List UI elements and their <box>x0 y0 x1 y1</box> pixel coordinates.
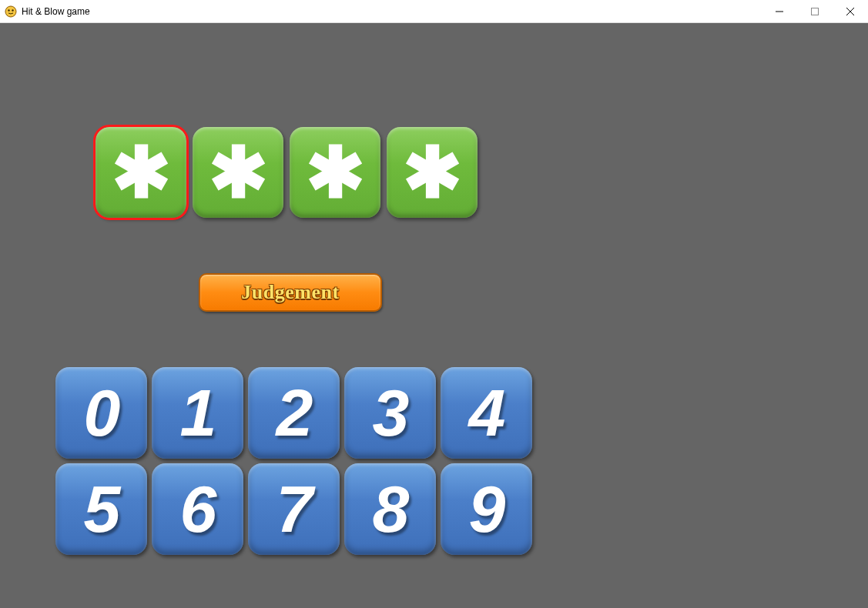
digit-label: 8 <box>373 471 408 547</box>
close-button[interactable] <box>833 0 868 23</box>
digit-label: 7 <box>276 471 312 547</box>
slot-value: ✱ <box>306 137 365 208</box>
numpad-row-1: 0 1 2 3 4 <box>55 367 532 459</box>
slot-value: ✱ <box>209 137 268 208</box>
numkey-2[interactable]: 2 <box>248 367 340 459</box>
answer-slot-1[interactable]: ✱ <box>96 127 186 218</box>
numpad-row-2: 5 6 7 8 9 <box>55 463 532 555</box>
digit-label: 4 <box>469 375 504 451</box>
window-title: Hit & Blow game <box>22 6 90 17</box>
digit-label: 6 <box>180 471 216 547</box>
numkey-1[interactable]: 1 <box>152 367 243 459</box>
numkey-7[interactable]: 7 <box>248 463 340 555</box>
numkey-8[interactable]: 8 <box>344 463 436 555</box>
svg-rect-4 <box>812 8 819 15</box>
svg-point-0 <box>5 6 16 17</box>
judgement-button[interactable]: Judgement <box>199 273 382 312</box>
digit-label: 5 <box>84 471 119 547</box>
app-icon <box>5 5 17 18</box>
judgement-label: Judgement <box>241 281 339 304</box>
window-titlebar: Hit & Blow game <box>0 0 868 23</box>
answer-slot-3[interactable]: ✱ <box>290 127 380 218</box>
maximize-button[interactable] <box>797 0 833 23</box>
minimize-button[interactable] <box>762 0 797 23</box>
numkey-6[interactable]: 6 <box>152 463 243 555</box>
answer-slots: ✱ ✱ ✱ ✱ <box>96 127 478 218</box>
game-area: ✱ ✱ ✱ ✱ Judgement 0 1 2 3 4 5 6 7 8 9 <box>0 23 868 608</box>
answer-slot-4[interactable]: ✱ <box>387 127 478 218</box>
numkey-9[interactable]: 9 <box>441 463 532 555</box>
numkey-0[interactable]: 0 <box>55 367 147 459</box>
svg-point-1 <box>8 9 9 11</box>
digit-label: 0 <box>84 375 119 451</box>
window-controls <box>762 0 868 23</box>
numkey-4[interactable]: 4 <box>441 367 532 459</box>
digit-label: 3 <box>373 375 408 451</box>
answer-slot-2[interactable]: ✱ <box>193 127 283 218</box>
slot-value: ✱ <box>112 137 171 208</box>
digit-label: 2 <box>276 375 312 451</box>
svg-point-2 <box>12 9 13 11</box>
number-pad: 0 1 2 3 4 5 6 7 8 9 <box>55 367 532 555</box>
slot-value: ✱ <box>403 137 462 208</box>
numkey-5[interactable]: 5 <box>55 463 147 555</box>
numkey-3[interactable]: 3 <box>344 367 436 459</box>
digit-label: 1 <box>180 375 216 451</box>
digit-label: 9 <box>469 471 504 547</box>
